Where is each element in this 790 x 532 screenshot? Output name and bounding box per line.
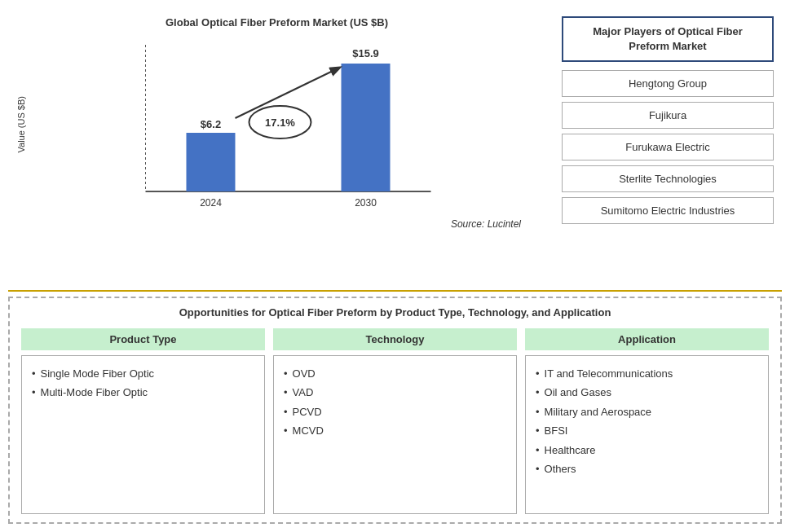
tech-item-2: PCVD (293, 402, 322, 421)
bullet-icon: • (284, 383, 288, 402)
bullet-icon: • (536, 441, 540, 459)
list-item: • Multi-Mode Fiber Optic (32, 383, 254, 402)
bar-label-2030: 2030 (355, 197, 377, 209)
bullet-icon: • (536, 383, 540, 402)
bullet-icon: • (284, 364, 288, 383)
technology-content: • OVD • VAD • PCVD • MCVD (273, 355, 517, 514)
app-item-5: Others (545, 459, 576, 478)
app-item-1: Oil and Gases (545, 383, 611, 402)
chart-svg: $6.2 2024 $15.9 (31, 37, 537, 212)
player-item-2: Furukawa Electric (562, 134, 774, 160)
app-item-3: BFSI (545, 421, 568, 440)
list-item: • Military and Aerospace (536, 402, 758, 421)
source-text: Source: Lucintel (16, 218, 537, 230)
player-item-0: Hengtong Group (562, 70, 774, 97)
bullet-icon: • (536, 421, 540, 440)
bullet-icon: • (284, 402, 288, 421)
tech-item-3: MCVD (293, 421, 324, 440)
bullet-icon: • (536, 459, 540, 478)
cagr-label: 17.1% (265, 117, 295, 129)
tech-item-0: OVD (293, 364, 316, 383)
list-item: • Oil and Gases (536, 383, 758, 402)
main-container: Global Optical Fiber Preform Market (US … (0, 0, 790, 532)
column-application: Application • IT and Telecommunications … (525, 328, 769, 514)
players-title: Major Players of Optical Fiber Preform M… (562, 16, 774, 62)
player-item-4: Sumitomo Electric Industries (562, 197, 774, 224)
bottom-title: Opportunities for Optical Fiber Preform … (21, 306, 769, 319)
top-section: Global Optical Fiber Preform Market (US … (8, 8, 782, 285)
y-axis-label: Value (US $B) (16, 96, 26, 153)
bottom-section: Opportunities for Optical Fiber Preform … (8, 297, 782, 524)
list-item: • PCVD (284, 402, 506, 421)
product-item-0: Single Mode Fiber Optic (41, 364, 154, 383)
product-item-1: Multi-Mode Fiber Optic (41, 383, 148, 402)
app-item-4: Healthcare (545, 441, 596, 459)
application-header: Application (525, 328, 769, 350)
column-technology: Technology • OVD • VAD • PCVD (273, 328, 517, 514)
bar-value-2030: $15.9 (352, 47, 379, 59)
application-content: • IT and Telecommunications • Oil and Ga… (525, 355, 769, 514)
bullet-icon: • (536, 402, 540, 421)
tech-item-1: VAD (293, 383, 314, 402)
list-item: • OVD (284, 364, 506, 383)
chart-area: Global Optical Fiber Preform Market (US … (8, 8, 545, 285)
product-type-header: Product Type (21, 328, 265, 350)
bullet-icon: • (32, 364, 36, 383)
list-item: • Single Mode Fiber Optic (32, 364, 254, 383)
bar-label-2024: 2024 (200, 197, 222, 209)
chart-title: Global Optical Fiber Preform Market (US … (166, 16, 388, 29)
section-divider (8, 290, 782, 292)
bar-value-2024: $6.2 (201, 118, 221, 130)
bar-2024 (187, 133, 236, 191)
app-item-2: Military and Aerospace (545, 402, 652, 421)
column-product-type: Product Type • Single Mode Fiber Optic •… (21, 328, 265, 514)
columns-container: Product Type • Single Mode Fiber Optic •… (21, 328, 769, 514)
product-type-content: • Single Mode Fiber Optic • Multi-Mode F… (21, 355, 265, 514)
technology-header: Technology (273, 328, 517, 350)
player-item-3: Sterlite Technologies (562, 165, 774, 192)
bullet-icon: • (284, 421, 288, 440)
list-item: • Others (536, 459, 758, 478)
list-item: • IT and Telecommunications (536, 364, 758, 383)
list-item: • Healthcare (536, 441, 758, 459)
bar-2030 (342, 64, 391, 191)
list-item: • VAD (284, 383, 506, 402)
players-panel: Major Players of Optical Fiber Preform M… (554, 8, 782, 285)
bullet-icon: • (32, 383, 36, 402)
bullet-icon: • (536, 364, 540, 383)
list-item: • BFSI (536, 421, 758, 440)
app-item-0: IT and Telecommunications (545, 364, 673, 383)
player-item-1: Fujikura (562, 102, 774, 129)
list-item: • MCVD (284, 421, 506, 440)
